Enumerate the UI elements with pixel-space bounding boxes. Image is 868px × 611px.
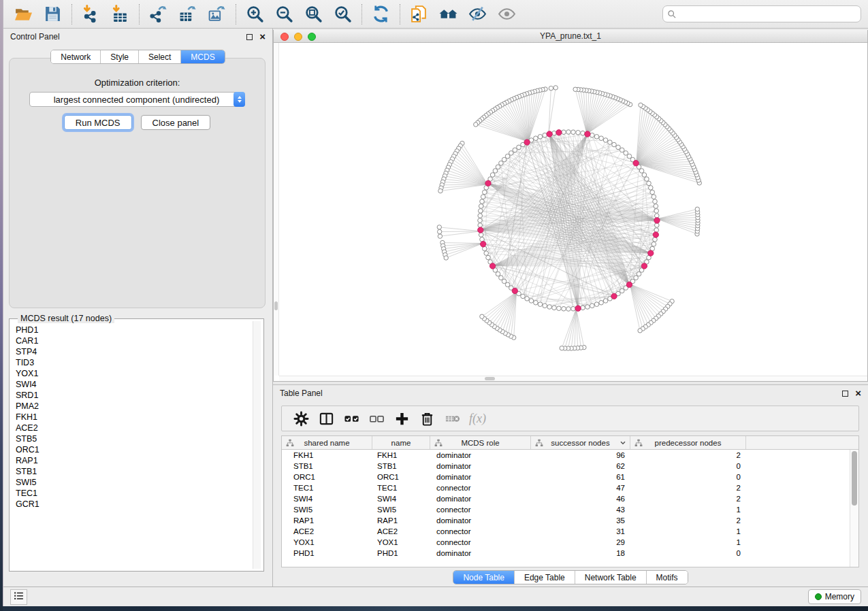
show-panels-button[interactable] [10, 589, 27, 605]
status-bar: Memory [3, 587, 868, 606]
export-network-icon[interactable] [149, 5, 167, 23]
mcds-node-item[interactable]: STP4 [16, 346, 263, 357]
tree-icon [634, 439, 643, 447]
mcds-node-item[interactable]: ACE2 [16, 423, 263, 433]
mcds-node-item[interactable]: TID3 [16, 357, 263, 368]
toolbar-separator [361, 4, 362, 24]
column-header-MCDS-role[interactable]: MCDS role [430, 436, 531, 449]
tab-mcds[interactable]: MCDS [181, 50, 224, 63]
select-all-icon[interactable] [344, 411, 359, 427]
refresh-icon[interactable] [372, 5, 390, 23]
mcds-node-item[interactable]: STB1 [16, 466, 263, 477]
table-row[interactable]: FKH1FKH1dominator962 [282, 450, 858, 461]
import-network-icon[interactable] [82, 5, 100, 23]
close-window-icon[interactable] [280, 33, 289, 41]
mcds-node-item[interactable]: PMA2 [16, 401, 263, 412]
toolbar-separator [236, 4, 236, 24]
mcds-list-scrollbar[interactable] [253, 321, 261, 569]
main-toolbar [3, 0, 868, 29]
search-box[interactable] [662, 5, 861, 22]
table-toolbar: f(x) [281, 406, 859, 431]
network-graph[interactable] [279, 43, 863, 376]
table-header-row: shared namenameMCDS rolesuccessor nodesp… [282, 436, 858, 450]
mcds-node-item[interactable]: SWI4 [16, 379, 263, 390]
table-row[interactable]: SWI4SWI4dominator462 [282, 493, 858, 504]
gear-icon[interactable] [293, 411, 309, 427]
toolbar-separator [139, 4, 140, 24]
column-header-shared-name[interactable]: shared name [282, 436, 372, 449]
float-table-panel-icon[interactable] [842, 391, 848, 397]
search-input[interactable] [679, 8, 856, 20]
mcds-node-item[interactable]: SWI5 [16, 477, 263, 488]
network-window-titlebar[interactable]: YPA_prune.txt_1 [274, 30, 867, 43]
import-table-icon[interactable] [111, 5, 129, 23]
tab-network-table[interactable]: Network Table [575, 571, 647, 584]
maximize-window-icon[interactable] [308, 33, 316, 41]
table-row[interactable]: RAP1RAP1dominator352 [282, 515, 858, 526]
mcds-node-item[interactable]: GCR1 [16, 499, 263, 510]
tab-style[interactable]: Style [101, 50, 139, 63]
select-stepper-icon [234, 92, 245, 107]
criterion-select[interactable]: largest connected component (undirected) [29, 92, 245, 107]
table-row[interactable]: TEC1TEC1connector472 [282, 482, 858, 493]
tab-motifs[interactable]: Motifs [647, 571, 688, 584]
mcds-node-item[interactable]: RAP1 [16, 455, 263, 466]
minimize-window-icon[interactable] [294, 33, 302, 41]
table-row[interactable]: ACE2ACE2connector311 [282, 526, 858, 537]
add-icon[interactable] [394, 411, 410, 427]
delete-icon[interactable] [419, 411, 435, 427]
mcds-node-item[interactable]: ORC1 [16, 444, 263, 455]
column-header-successor-nodes[interactable]: successor nodes [531, 436, 630, 449]
node-table: shared namenameMCDS rolesuccessor nodesp… [281, 435, 859, 567]
show-all-icon[interactable] [498, 5, 516, 23]
mcds-node-item[interactable]: YOX1 [16, 368, 263, 379]
table-row[interactable]: STB1STB1dominator620 [282, 461, 858, 472]
tab-node-table[interactable]: Node Table [453, 571, 515, 584]
hide-selected-icon[interactable] [468, 5, 487, 23]
close-panel-button[interactable]: Close panel [141, 115, 211, 130]
tab-network[interactable]: Network [51, 50, 101, 63]
table-row[interactable]: YOX1YOX1connector291 [282, 537, 858, 548]
toolbar-separator [400, 4, 400, 24]
network-horizontal-scrollbar[interactable] [279, 376, 867, 381]
zoom-out-icon[interactable] [275, 5, 293, 23]
mcds-node-item[interactable]: FKH1 [16, 412, 263, 423]
mcds-node-item[interactable]: STB5 [16, 433, 263, 444]
table-scrollbar[interactable] [850, 450, 858, 567]
table-row[interactable]: SWI5SWI5connector431 [282, 504, 858, 515]
network-vertical-scrollbar[interactable] [274, 43, 279, 376]
table-row[interactable]: PHD1PHD1dominator180 [282, 548, 858, 559]
deselect-all-icon[interactable] [369, 411, 385, 427]
tab-select[interactable]: Select [139, 50, 181, 63]
table-panel-tabs: Node TableEdge TableNetwork TableMotifs [453, 570, 688, 584]
zoom-selected-icon[interactable] [334, 5, 352, 23]
save-icon[interactable] [44, 5, 62, 23]
mcds-node-item[interactable]: TEC1 [16, 488, 263, 499]
control-panel-title: Control Panel [10, 32, 60, 42]
mcds-result-list[interactable]: PHD1CAR1STP4TID3YOX1SWI4SRD1PMA2FKH1ACE2… [10, 319, 263, 510]
network-canvas[interactable] [274, 43, 867, 381]
open-icon[interactable] [14, 5, 33, 23]
sort-desc-icon [620, 440, 626, 446]
close-panel-icon[interactable]: × [259, 33, 266, 40]
mcds-node-item[interactable]: PHD1 [16, 325, 263, 335]
tab-edge-table[interactable]: Edge Table [515, 571, 575, 584]
table-row[interactable]: ORC1ORC1dominator610 [282, 472, 858, 482]
close-table-panel-icon[interactable]: × [855, 390, 861, 397]
mcds-node-item[interactable]: CAR1 [16, 335, 263, 346]
mcds-node-item[interactable]: SRD1 [16, 390, 263, 401]
memory-button[interactable]: Memory [808, 589, 861, 604]
columns-icon[interactable] [319, 411, 334, 427]
run-mcds-button[interactable]: Run MCDS [64, 115, 132, 130]
float-panel-icon[interactable] [246, 34, 253, 40]
zoom-in-icon[interactable] [246, 5, 264, 23]
tree-icon [434, 439, 443, 447]
export-image-icon[interactable] [208, 5, 226, 23]
search-icon [667, 10, 677, 19]
clone-network-icon[interactable] [410, 5, 428, 23]
zoom-fit-icon[interactable] [304, 5, 323, 23]
export-table-icon[interactable] [178, 5, 197, 23]
column-header-predecessor-nodes[interactable]: predecessor nodes [630, 436, 746, 449]
first-neighbors-icon[interactable] [439, 5, 457, 23]
column-header-name[interactable]: name [372, 436, 430, 449]
